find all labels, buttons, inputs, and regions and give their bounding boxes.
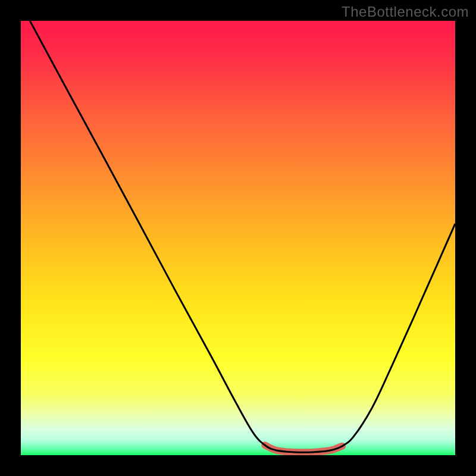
bottleneck-chart (21, 21, 455, 455)
chart-frame: TheBottleneck.com (0, 0, 476, 476)
gradient-background (21, 21, 455, 455)
watermark-text: TheBottleneck.com (342, 4, 469, 20)
